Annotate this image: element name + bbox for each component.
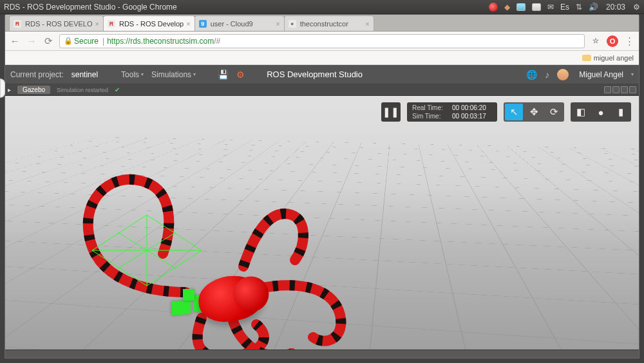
favicon-icon: R [14, 20, 21, 28]
menu-tools[interactable]: Tools▾ [121, 70, 144, 79]
tab-label: theconstructcor [300, 20, 363, 28]
rotate-tool-button[interactable]: ⟳ [545, 104, 563, 120]
gear-icon[interactable]: ⚙ [236, 70, 245, 80]
bookmarks-bar: miguel angel [5, 51, 639, 65]
manipulation-tools: ↖ ✥ ⟳ [504, 102, 564, 122]
panel-btn[interactable] [604, 86, 611, 93]
app-title: ROS Development Studio [267, 70, 363, 79]
reload-button[interactable]: ⟳ [43, 35, 54, 47]
extension-icon[interactable]: O [607, 35, 618, 47]
system-tray: ◆ ✉ Es ⇅ 🔊 20:03 ⚙ [489, 3, 640, 12]
window-title: RDS - ROS Development Studio - Google Ch… [4, 3, 177, 12]
chrome-window: R RDS - ROS DEVELO × R RDS - ROS Develop… [5, 14, 639, 358]
browser-tab[interactable]: R RDS - ROS DEVELO × [9, 15, 104, 31]
network-icon[interactable]: ⇅ [576, 3, 582, 12]
lang-indicator[interactable]: Es [560, 3, 569, 12]
chrome-menu-button[interactable]: ⋮ [623, 35, 635, 47]
back-button[interactable]: ← [9, 35, 21, 46]
sim-time-label: Sim Time: [412, 112, 450, 120]
close-icon[interactable]: × [276, 20, 279, 28]
gazebo-viewport[interactable]: ❚❚ Real Time: 00 00:06:20 Sim Time: 00 0… [5, 96, 639, 349]
time-panel: Real Time: 00 00:06:20 Sim Time: 00 00:0… [407, 102, 497, 122]
horizontal-scrollbar[interactable] [5, 349, 639, 358]
add-sphere-button[interactable]: ● [592, 104, 610, 120]
tab-label: user - Cloud9 [211, 20, 274, 28]
secure-label: Secure [74, 37, 99, 46]
lock-icon: 🔒 [64, 37, 73, 45]
add-cylinder-button[interactable]: ▮ [612, 104, 630, 120]
panel-chevron-icon[interactable]: ▸ [8, 86, 11, 93]
panel-btn[interactable] [612, 86, 620, 93]
avatar[interactable] [557, 69, 569, 80]
add-cube-button[interactable]: ◧ [572, 104, 590, 120]
browser-tab[interactable]: ● theconstructcor × [284, 15, 374, 31]
pause-button[interactable]: ❚❚ [381, 102, 401, 122]
real-time-label: Real Time: [412, 104, 450, 112]
viewport-toolbar: ❚❚ Real Time: 00 00:06:20 Sim Time: 00 0… [381, 102, 631, 122]
sim-status-text: Simulation restarted [57, 87, 108, 93]
volume-icon[interactable]: 🔊 [589, 3, 598, 12]
save-button[interactable]: 💾 [218, 70, 229, 80]
primitive-tools: ◧ ● ▮ [571, 102, 631, 122]
panel-btn[interactable] [621, 86, 628, 93]
favicon-icon: 9 [199, 20, 207, 28]
tab-label: RDS - ROS DEVELO [25, 20, 93, 28]
sim-time-value: 00 00:03:17 [452, 112, 486, 120]
real-time-value: 00 00:06:20 [452, 104, 486, 112]
current-project-label: Current project: [10, 70, 64, 79]
bookmark-item[interactable]: miguel angel [582, 54, 634, 62]
rds-app-header: Current project: sentinel Tools▾ Simulat… [5, 65, 639, 84]
tab-strip: R RDS - ROS DEVELO × R RDS - ROS Develop… [5, 15, 639, 32]
user-name[interactable]: Miguel Angel [579, 70, 623, 79]
selection-gizmo[interactable] [89, 212, 205, 289]
gazebo-tab[interactable]: Gazebo [17, 86, 50, 94]
extension-icon[interactable]: ☆ [590, 35, 601, 47]
browser-tab[interactable]: 9 user - Cloud9 × [194, 15, 285, 31]
browser-tab[interactable]: R RDS - ROS Develop × [103, 15, 195, 31]
panel-window-controls [604, 86, 636, 93]
gazebo-tabbar: ▸ Gazebo Simulation restarted ✔ [5, 84, 639, 96]
favicon-icon: R [108, 20, 115, 28]
favicon-icon: ● [289, 20, 296, 28]
forward-button[interactable]: → [26, 35, 37, 46]
bookmark-label: miguel angel [594, 54, 634, 62]
folder-icon [582, 55, 591, 61]
panel-btn[interactable] [629, 86, 636, 93]
record-indicator-icon [489, 3, 498, 12]
chevron-down-icon[interactable]: ▾ [631, 71, 634, 77]
tab-label: RDS - ROS Develop [119, 20, 184, 28]
notifications-icon[interactable]: ♪ [545, 70, 549, 80]
updates-icon[interactable]: ◆ [504, 3, 510, 12]
menu-simulations[interactable]: Simulations▾ [151, 70, 196, 79]
translate-tool-button[interactable]: ✥ [525, 104, 543, 120]
mail-icon[interactable]: ✉ [547, 3, 554, 12]
close-icon[interactable]: × [186, 20, 190, 28]
session-icon[interactable]: ⚙ [633, 3, 640, 12]
side-drawer-handle[interactable] [0, 79, 5, 98]
check-icon: ✔ [115, 86, 120, 93]
close-icon[interactable]: × [95, 20, 99, 28]
robot-base-link [171, 300, 191, 316]
url-field[interactable]: 🔒 Secure | https://rds.theconstructsim.c… [59, 34, 585, 48]
robot-base-link [183, 289, 194, 301]
ubuntu-menubar: RDS - ROS Development Studio - Google Ch… [0, 0, 644, 14]
close-icon[interactable]: × [365, 20, 369, 28]
address-bar: ← → ⟳ 🔒 Secure | https://rds.theconstruc… [5, 32, 639, 51]
project-name: sentinel [71, 70, 98, 79]
system-clock[interactable]: 20:03 [606, 3, 625, 12]
display-icon[interactable] [516, 3, 526, 11]
folder-icon[interactable] [532, 3, 541, 11]
globe-icon[interactable]: 🌐 [526, 70, 537, 80]
select-tool-button[interactable]: ↖ [505, 104, 523, 120]
url-host: https://rds.theconstructsim.com/# [107, 37, 220, 46]
